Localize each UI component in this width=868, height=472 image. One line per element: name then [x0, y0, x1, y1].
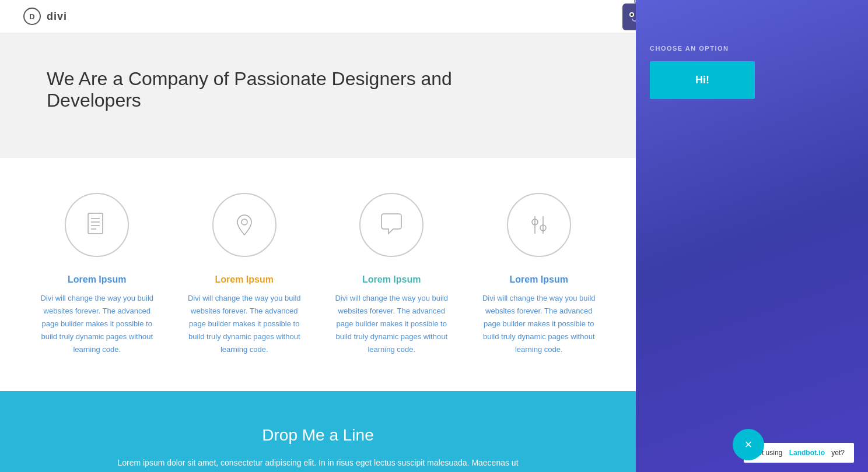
svg-rect-2 [88, 213, 103, 234]
footer-suffix: yet? [831, 449, 845, 457]
feature-title-3: Lorem Ipsum [362, 274, 421, 285]
close-chatbot-button[interactable]: × [733, 429, 764, 460]
main-content: We Are a Company of Passionate Designers… [0, 33, 636, 472]
feature-icon-circle-1 [65, 193, 129, 257]
hero-title: We Are a Company of Passionate Designers… [47, 68, 513, 111]
choose-option-label: CHOOSE AN OPTION [650, 45, 854, 52]
feature-desc-4: Divi will change the way you build websi… [477, 292, 601, 356]
hero-section: We Are a Company of Passionate Designers… [0, 33, 636, 158]
feature-title-2: Lorem Ipsum [215, 274, 274, 285]
contact-description: Lorem ipsum dolor sit amet, consectetur … [114, 456, 522, 472]
location-icon [230, 210, 259, 239]
divi-logo-circle: D [23, 8, 41, 25]
chatbot-top-bar [636, 0, 868, 33]
bot-eye-left [629, 12, 634, 17]
feature-icon-circle-2 [212, 193, 276, 257]
feature-icon-circle-4 [507, 193, 571, 257]
landbot-brand: Landbot.io [789, 449, 825, 457]
feature-item-2: Lorem Ipsum Divi will change the way you… [171, 193, 318, 356]
hi-button[interactable]: Hi! [650, 61, 755, 99]
contact-title: Drop Me a Line [47, 426, 589, 445]
svg-point-7 [242, 219, 247, 225]
feature-title-4: Lorem Ipsum [510, 274, 568, 285]
feature-item-3: Lorem Ipsum Divi will change the way you… [318, 193, 466, 356]
feature-icon-circle-3 [359, 193, 424, 257]
chatbot-content: CHOOSE AN OPTION Hi! [636, 33, 868, 434]
logo-letter: D [29, 12, 34, 21]
feature-desc-2: Divi will change the way you build websi… [183, 292, 307, 356]
chat-icon [377, 210, 406, 239]
logo-name: divi [47, 10, 67, 23]
features-section: Lorem Ipsum Divi will change the way you… [0, 158, 636, 391]
feature-desc-3: Divi will change the way you build websi… [330, 292, 454, 356]
feature-title-1: Lorem Ipsum [68, 274, 126, 285]
chatbot-panel: CHOOSE AN OPTION Hi! Not using Landbot.i… [636, 0, 868, 472]
feature-desc-1: Divi will change the way you build websi… [35, 292, 159, 356]
feature-item-4: Lorem Ipsum Divi will change the way you… [466, 193, 613, 356]
document-icon [82, 210, 111, 239]
logo-area: D divi [23, 8, 67, 25]
sliders-icon [524, 210, 554, 239]
contact-section: Drop Me a Line Lorem ipsum dolor sit ame… [0, 391, 636, 472]
feature-item-1: Lorem Ipsum Divi will change the way you… [23, 193, 171, 356]
